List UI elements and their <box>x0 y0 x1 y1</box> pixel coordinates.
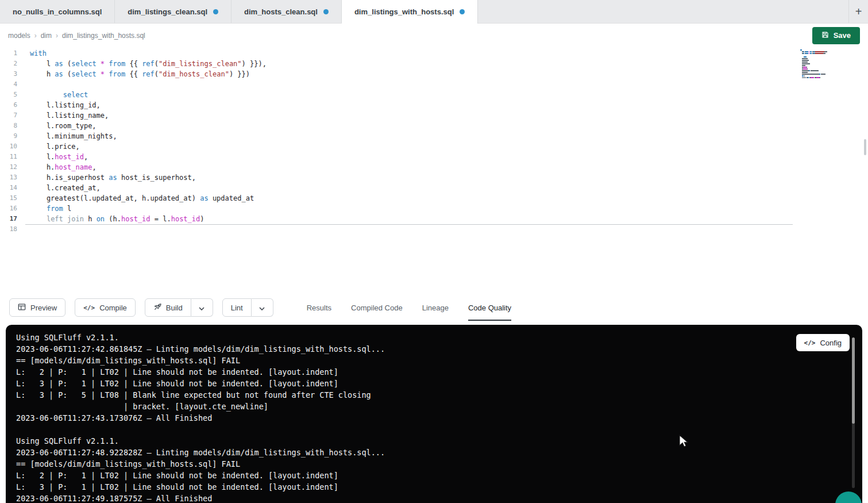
minimap-line <box>800 49 842 51</box>
panel-tab-results[interactable]: Results <box>307 295 331 321</box>
editor-tab[interactable]: dim_hosts_clean.sql <box>232 0 342 23</box>
terminal-line: L: 3 | P: 5 | LT08 | Blank line expected… <box>16 389 852 401</box>
compile-button-label: Compile <box>99 304 127 312</box>
terminal-scrollbar-thumb[interactable] <box>852 337 855 424</box>
lint-button[interactable]: Lint <box>222 298 252 317</box>
preview-icon <box>18 303 26 313</box>
terminal-line: == [models/dim/dim_listings_with_hosts.s… <box>16 355 852 366</box>
new-tab-button[interactable]: + <box>848 0 868 23</box>
code-icon: </> <box>83 304 95 312</box>
code-text: greatest(l.updated_at, h.updated_at) as … <box>30 193 254 203</box>
editor-minimap[interactable] <box>800 49 842 80</box>
save-button-label: Save <box>834 31 851 40</box>
line-number: 2 <box>0 59 17 69</box>
code-line: 17 left join h on (h.host_id = l.host_id… <box>0 214 868 224</box>
minimap-line <box>800 67 842 68</box>
editor-tab[interactable]: dim_listings_clean.sql <box>115 0 232 23</box>
unsaved-dot <box>323 9 329 14</box>
compile-button[interactable]: </> Compile <box>75 298 136 317</box>
action-bar: Preview </> Compile Build Lint <box>0 290 868 325</box>
line-number: 9 <box>0 131 17 141</box>
line-number: 10 <box>0 141 17 152</box>
panel-tab-lineage[interactable]: Lineage <box>422 295 449 321</box>
code-line: 14 l.created_at, <box>0 183 868 193</box>
line-number: 17 <box>0 214 17 224</box>
code-line: 3 h as (select * from {{ ref("dim_hosts_… <box>0 69 868 79</box>
tab-label: dim_listings_clean.sql <box>128 7 207 16</box>
code-line: 18 <box>0 224 868 235</box>
code-text: l.room_type, <box>30 121 97 131</box>
line-number: 13 <box>0 172 17 183</box>
code-line: 2 l as (select * from {{ ref("dim_listin… <box>0 59 868 69</box>
breadcrumb: models›dim›dim_listings_with_hosts.sql <box>8 32 145 40</box>
minimap-line <box>800 72 842 73</box>
line-number: 1 <box>0 48 17 59</box>
lint-terminal: Using SQLFluff v2.1.1.2023-06-06T11:27:4… <box>6 325 862 503</box>
terminal-line: L: 3 | P: 1 | LT02 | Line should not be … <box>16 378 852 389</box>
minimap-line <box>800 79 842 80</box>
rocket-icon <box>153 303 161 313</box>
active-line-rule <box>25 224 793 225</box>
code-text: l.minimum_nights, <box>30 131 117 141</box>
lint-button-label: Lint <box>231 304 243 312</box>
minimap-line <box>800 58 842 59</box>
code-line: 7 l.listing_name, <box>0 110 868 121</box>
terminal-line: == [models/dim/dim_listings_with_hosts.s… <box>16 458 852 470</box>
code-line: 8 l.room_type, <box>0 121 868 131</box>
terminal-line: Using SQLFluff v2.1.1. <box>16 435 852 447</box>
terminal-line: 2023-06-06T11:27:42.861845Z — Linting mo… <box>16 343 852 355</box>
tab-label: dim_listings_with_hosts.sql <box>354 7 454 16</box>
breadcrumb-item[interactable]: dim <box>41 32 52 40</box>
code-text: l.listing_id, <box>30 100 101 110</box>
editor-tabs: no_nulls_in_columns.sqldim_listings_clea… <box>0 0 478 23</box>
code-line: 9 l.minimum_nights, <box>0 131 868 141</box>
code-line: 6 l.listing_id, <box>0 100 868 110</box>
line-number: 12 <box>0 162 17 172</box>
build-button[interactable]: Build <box>145 298 191 317</box>
code-text: with <box>30 48 47 59</box>
line-number: 5 <box>0 90 17 100</box>
code-line: 13 h.is_superhost as host_is_superhost, <box>0 172 868 183</box>
minimap-line <box>800 77 842 78</box>
build-button-label: Build <box>166 304 183 312</box>
build-dropdown-button[interactable] <box>191 298 213 317</box>
terminal-line: 2023-06-06T11:27:48.922828Z — Linting mo… <box>16 447 852 458</box>
breadcrumb-separator: › <box>56 32 58 40</box>
code-text: h.host_name, <box>30 162 97 172</box>
lint-dropdown-button[interactable] <box>252 298 273 317</box>
preview-button[interactable]: Preview <box>9 298 65 317</box>
code-line: 5 select <box>0 90 868 100</box>
minimap-line <box>800 65 842 66</box>
breadcrumb-item[interactable]: dim_listings_with_hosts.sql <box>62 32 145 40</box>
code-text: l as (select * from {{ ref("dim_listings… <box>30 59 267 69</box>
minimap-line <box>800 75 842 76</box>
sql-code-editor[interactable]: 1with2 l as (select * from {{ ref("dim_l… <box>0 47 868 290</box>
breadcrumb-separator: › <box>34 32 37 40</box>
minimap-line <box>800 74 842 75</box>
code-text: from l <box>30 203 71 214</box>
editor-scrollbar-thumb[interactable] <box>864 139 866 155</box>
minimap-line <box>800 60 842 61</box>
breadcrumb-item[interactable]: models <box>8 32 30 40</box>
code-text: left join h on (h.host_id = l.host_id) <box>30 214 205 224</box>
editor-tab-bar: no_nulls_in_columns.sqldim_listings_clea… <box>0 0 868 24</box>
save-icon <box>821 31 829 40</box>
save-button[interactable]: Save <box>812 27 860 44</box>
editor-tab[interactable]: no_nulls_in_columns.sql <box>0 0 115 23</box>
line-number: 4 <box>0 79 17 90</box>
minimap-line <box>800 56 842 57</box>
minimap-line <box>800 51 842 52</box>
code-line: 11 l.host_id, <box>0 152 868 162</box>
panel-tab-compiled-code[interactable]: Compiled Code <box>351 295 403 321</box>
preview-button-label: Preview <box>30 304 57 312</box>
config-button-label: Config <box>820 339 842 347</box>
code-text: select <box>30 90 88 100</box>
unsaved-dot <box>460 9 465 14</box>
code-line: 12 h.host_name, <box>0 162 868 172</box>
panel-tab-code-quality[interactable]: Code Quality <box>468 295 511 321</box>
code-text: h as (select * from {{ ref("dim_hosts_cl… <box>30 69 250 79</box>
terminal-line: 2023-06-06T11:27:49.187575Z — All Finish… <box>16 493 852 503</box>
config-button[interactable]: </> Config <box>796 334 850 351</box>
terminal-line: L: 3 | P: 1 | LT02 | Line should not be … <box>16 481 852 493</box>
editor-tab[interactable]: dim_listings_with_hosts.sql <box>342 0 478 24</box>
